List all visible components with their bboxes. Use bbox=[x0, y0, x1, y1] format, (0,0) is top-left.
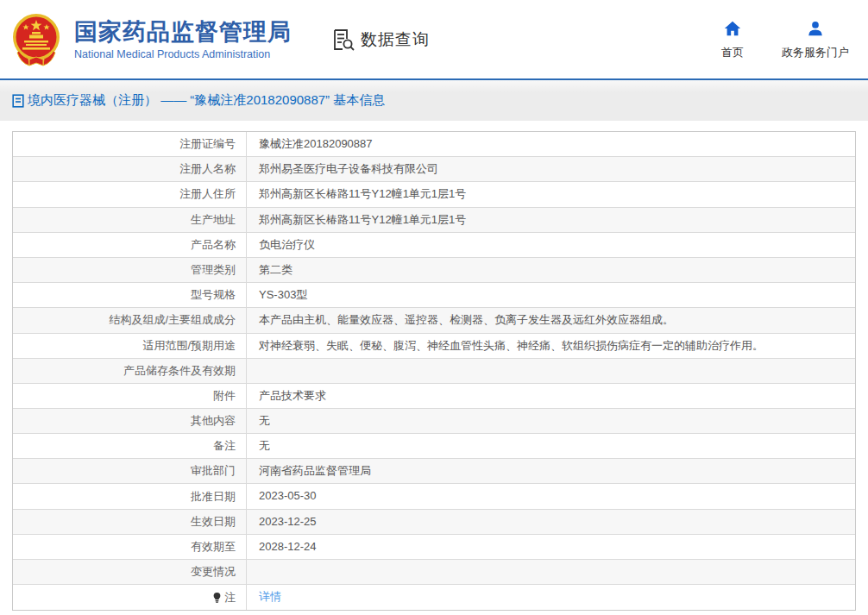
row-label: 注册人住所 bbox=[13, 182, 247, 206]
home-icon bbox=[723, 19, 742, 38]
table-row: 注册人名称郑州易圣医疗电子设备科技有限公司 bbox=[13, 157, 855, 182]
row-value-text: YS-303型 bbox=[259, 287, 307, 303]
lightbulb-icon bbox=[211, 592, 223, 603]
data-query-label: 数据查询 bbox=[361, 28, 430, 51]
row-value-text: 郑州易圣医疗电子设备科技有限公司 bbox=[259, 161, 438, 177]
row-value-text: 负电治疗仪 bbox=[259, 237, 315, 253]
row-label: 有效期至 bbox=[13, 535, 247, 559]
row-label: 变更情况 bbox=[13, 560, 247, 584]
table-row: 注详情 bbox=[13, 585, 855, 610]
row-label-text: 型号规格 bbox=[191, 287, 236, 303]
user-icon bbox=[806, 19, 825, 38]
row-value: 产品技术要求 bbox=[247, 384, 855, 408]
nav-item-home[interactable]: 首页 bbox=[721, 19, 744, 60]
row-label: 结构及组成/主要组成成分 bbox=[13, 308, 247, 332]
table-row: 注册人住所郑州高新区长椿路11号Y12幢1单元1层1号 bbox=[13, 182, 855, 207]
row-value: 无 bbox=[247, 434, 855, 458]
table-row: 适用范围/预期用途对神经衰弱、失眠、便秘、腹泻、神经血管性头痛、神经痛、软组织损… bbox=[13, 334, 855, 359]
row-value bbox=[247, 359, 855, 383]
row-label-text: 注 bbox=[224, 590, 236, 606]
row-value: 2023-05-30 bbox=[247, 484, 855, 508]
row-label-text: 注册人名称 bbox=[179, 161, 236, 177]
row-label-text: 备注 bbox=[213, 438, 236, 454]
row-label: 审批部门 bbox=[13, 459, 247, 483]
site-logo: 国家药品监督管理局 National Medical Products Admi… bbox=[9, 11, 292, 68]
row-label-text: 批准日期 bbox=[191, 489, 236, 505]
row-value-text: 对神经衰弱、失眠、便秘、腹泻、神经血管性头痛、神经痛、软组织损伤病症有一定的辅助… bbox=[259, 338, 764, 354]
row-label-text: 产品储存条件及有效期 bbox=[123, 363, 236, 379]
site-title-en: National Medical Products Administration bbox=[74, 48, 292, 60]
row-label-text: 产品名称 bbox=[191, 237, 236, 253]
nav-item-label: 首页 bbox=[721, 45, 744, 60]
row-label-text: 注册证编号 bbox=[179, 136, 236, 152]
table-row: 有效期至2028-12-24 bbox=[13, 535, 855, 560]
row-value: 负电治疗仪 bbox=[247, 233, 855, 257]
row-value: 对神经衰弱、失眠、便秘、腹泻、神经血管性头痛、神经痛、软组织损伤病症有一定的辅助… bbox=[247, 334, 855, 358]
table-row: 审批部门河南省药品监督管理局 bbox=[13, 459, 855, 484]
row-value bbox=[247, 560, 855, 584]
document-search-icon bbox=[331, 28, 355, 52]
row-value: 豫械注准20182090887 bbox=[247, 132, 855, 156]
row-value-text: 郑州高新区长椿路11号Y12幢1单元1层1号 bbox=[259, 212, 466, 228]
table-row: 批准日期2023-05-30 bbox=[13, 484, 855, 509]
row-value-text: 无 bbox=[259, 438, 270, 454]
data-query-nav[interactable]: 数据查询 bbox=[331, 28, 430, 52]
row-label-text: 其他内容 bbox=[191, 413, 236, 429]
row-label: 产品名称 bbox=[13, 233, 247, 257]
site-header: 国家药品监督管理局 National Medical Products Admi… bbox=[0, 0, 868, 78]
row-value-text: 2023-05-30 bbox=[259, 488, 317, 504]
row-label: 注 bbox=[13, 585, 247, 610]
row-label: 批准日期 bbox=[13, 484, 247, 508]
detail-link[interactable]: 详情 bbox=[259, 589, 281, 605]
table-row: 附件产品技术要求 bbox=[13, 384, 855, 409]
row-value-text: 豫械注准20182090887 bbox=[259, 136, 373, 152]
row-label: 附件 bbox=[13, 384, 247, 408]
row-label: 备注 bbox=[13, 434, 247, 458]
table-row: 生效日期2023-12-25 bbox=[13, 510, 855, 535]
row-label-text: 审批部门 bbox=[191, 463, 236, 479]
table-row: 管理类别第二类 bbox=[13, 258, 855, 283]
row-label-text: 管理类别 bbox=[191, 262, 236, 278]
row-value-text: 河南省药品监督管理局 bbox=[259, 463, 371, 479]
table-row: 生产地址郑州高新区长椿路11号Y12幢1单元1层1号 bbox=[13, 208, 855, 233]
table-row: 变更情况 bbox=[13, 560, 855, 585]
row-label-text: 结构及组成/主要组成成分 bbox=[109, 312, 236, 328]
row-value: YS-303型 bbox=[247, 283, 855, 307]
row-value: 无 bbox=[247, 409, 855, 433]
row-value: 郑州高新区长椿路11号Y12幢1单元1层1号 bbox=[247, 182, 855, 206]
row-label-text: 生产地址 bbox=[191, 212, 236, 228]
row-value: 本产品由主机、能量效应器、遥控器、检测器、负离子发生器及远红外效应器组成。 bbox=[247, 308, 855, 332]
row-label: 管理类别 bbox=[13, 258, 247, 282]
row-label: 注册证编号 bbox=[13, 132, 247, 156]
row-value-text: 2028-12-24 bbox=[259, 539, 317, 555]
table-row: 型号规格YS-303型 bbox=[13, 283, 855, 308]
row-value: 第二类 bbox=[247, 258, 855, 282]
row-label-text: 生效日期 bbox=[191, 514, 236, 530]
row-value-text: 2023-12-25 bbox=[259, 514, 317, 530]
row-label-text: 注册人住所 bbox=[179, 186, 236, 202]
site-title-zh: 国家药品监督管理局 bbox=[74, 18, 292, 46]
row-value: 2028-12-24 bbox=[247, 535, 855, 559]
table-row: 结构及组成/主要组成成分本产品由主机、能量效应器、遥控器、检测器、负离子发生器及… bbox=[13, 308, 855, 333]
row-value: 河南省药品监督管理局 bbox=[247, 459, 855, 483]
row-label-text: 变更情况 bbox=[191, 564, 236, 580]
nav-item-portal[interactable]: 政务服务门户 bbox=[782, 19, 849, 60]
breadcrumb-band: 境内医疗器械（注册） —— “豫械注准20182090887” 基本信息 bbox=[0, 80, 868, 121]
row-value-text: 本产品由主机、能量效应器、遥控器、检测器、负离子发生器及远红外效应器组成。 bbox=[259, 312, 674, 328]
row-label: 生效日期 bbox=[13, 510, 247, 534]
table-row: 产品名称负电治疗仪 bbox=[13, 233, 855, 258]
row-label: 适用范围/预期用途 bbox=[13, 334, 247, 358]
row-value-text: 产品技术要求 bbox=[259, 388, 326, 404]
row-value: 2023-12-25 bbox=[247, 510, 855, 534]
table-row: 其他内容无 bbox=[13, 409, 855, 434]
row-label: 生产地址 bbox=[13, 208, 247, 232]
nav-item-label: 政务服务门户 bbox=[782, 45, 849, 60]
row-label: 型号规格 bbox=[13, 283, 247, 307]
row-value: 郑州易圣医疗电子设备科技有限公司 bbox=[247, 157, 855, 181]
row-value-text: 郑州高新区长椿路11号Y12幢1单元1层1号 bbox=[259, 186, 466, 202]
info-table: 注册证编号豫械注准20182090887注册人名称郑州易圣医疗电子设备科技有限公… bbox=[12, 131, 856, 611]
table-row: 注册证编号豫械注准20182090887 bbox=[13, 132, 855, 157]
row-value: 郑州高新区长椿路11号Y12幢1单元1层1号 bbox=[247, 208, 855, 232]
breadcrumb-text: 境内医疗器械（注册） —— “豫械注准20182090887” 基本信息 bbox=[28, 92, 385, 109]
row-label-text: 有效期至 bbox=[191, 539, 236, 555]
